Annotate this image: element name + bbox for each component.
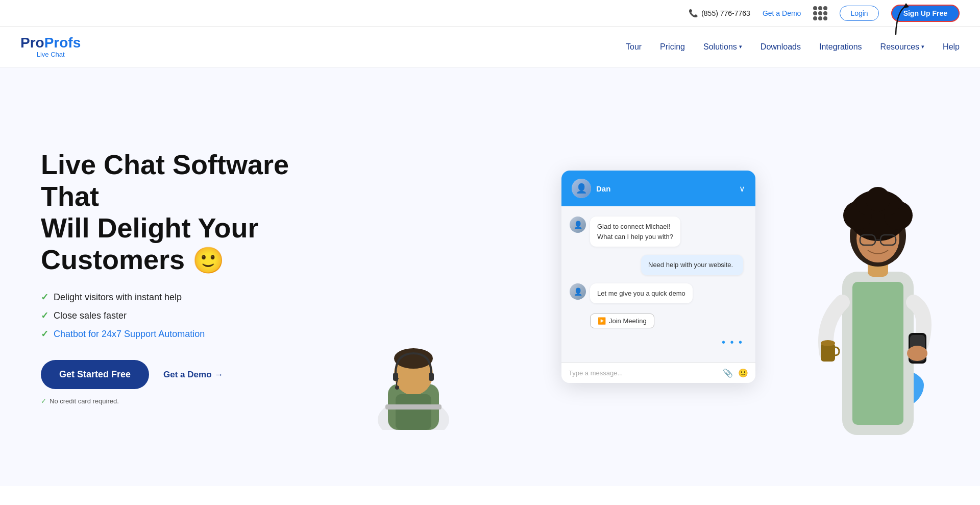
chatbot-link[interactable]: Chatbot for 24x7 Support Automation xyxy=(54,329,205,340)
chat-header-left: 👤 Dan xyxy=(572,179,610,198)
signup-button[interactable]: Sign Up Free xyxy=(891,5,960,22)
nav-bar: Pro Profs Live Chat Tour Pricing Solutio… xyxy=(0,27,980,67)
nav-integrations[interactable]: Integrations xyxy=(819,42,862,52)
chat-message-1: 👤 Glad to connect Michael! What can I he… xyxy=(570,217,747,247)
nav-help[interactable]: Help xyxy=(943,42,960,52)
hero-features-list: ✓ Delight visitors with instant help ✓ C… xyxy=(41,292,347,340)
hero-demo-link[interactable]: Get a Demo → xyxy=(163,370,223,380)
hero-feature-2: ✓ Close sales faster xyxy=(41,310,347,321)
check-small-icon: ✓ xyxy=(41,397,46,405)
resources-chevron-icon: ▾ xyxy=(921,43,924,50)
apps-grid-icon[interactable] xyxy=(813,6,827,20)
hero-feature-1: ✓ Delight visitors with instant help xyxy=(41,292,347,303)
top-bar: 📞 (855) 776-7763 Get a Demo Login Sign U… xyxy=(0,0,980,27)
join-meeting-row: ▶️ Join Meeting xyxy=(570,311,747,328)
check-icon-3: ✓ xyxy=(41,328,48,340)
chat-widget: 👤 Dan ∨ 👤 Glad to connect Michael! What … xyxy=(561,171,755,383)
message-avatar-1: 👤 xyxy=(570,217,586,233)
nav-downloads[interactable]: Downloads xyxy=(761,42,801,52)
hero-emoji: 🙂 xyxy=(192,246,224,275)
emoji-icon[interactable]: 🙂 xyxy=(738,368,748,378)
hero-cta: Get Started Free Get a Demo → xyxy=(41,360,347,389)
nav-tour[interactable]: Tour xyxy=(626,42,642,52)
chat-body: 👤 Glad to connect Michael! What can I he… xyxy=(561,206,755,363)
nav-resources[interactable]: Resources ▾ xyxy=(880,42,924,52)
chat-bubble-user: Need help with your website. xyxy=(641,255,743,275)
phone-number: 📞 (855) 776-7763 xyxy=(689,9,750,18)
svg-point-7 xyxy=(395,386,399,390)
chat-message-2: 👤 Let me give you a quick demo xyxy=(570,283,747,304)
nav-pricing[interactable]: Pricing xyxy=(660,42,685,52)
nav-links: Tour Pricing Solutions ▾ Downloads Integ… xyxy=(626,42,960,52)
logo[interactable]: Pro Profs Live Chat xyxy=(20,36,81,58)
hero-illustration: 👤 Dan ∨ 👤 Glad to connect Michael! What … xyxy=(347,124,939,430)
svg-point-21 xyxy=(866,187,890,211)
hero-section: Live Chat Software That Will Delight You… xyxy=(0,67,980,486)
svg-rect-9 xyxy=(385,404,442,410)
hero-content: Live Chat Software That Will Delight You… xyxy=(41,149,347,405)
chat-bubble-1: Glad to connect Michael! What can I help… xyxy=(590,217,680,247)
avatar-image: 👤 xyxy=(572,179,591,198)
attachment-icon[interactable]: 📎 xyxy=(723,368,733,378)
nav-solutions[interactable]: Solutions ▾ xyxy=(703,42,742,52)
chat-header: 👤 Dan ∨ xyxy=(561,171,755,206)
hero-title: Live Chat Software That Will Delight You… xyxy=(41,149,347,276)
svg-point-29 xyxy=(821,340,835,346)
phone-icon: 📞 xyxy=(689,9,698,18)
logo-profs: Profs xyxy=(44,36,81,50)
svg-point-27 xyxy=(907,346,927,361)
agent-person-image xyxy=(368,318,459,430)
arrow-right-icon: → xyxy=(215,370,224,380)
chat-bubble-2: Let me give you a quick demo xyxy=(590,283,693,304)
chat-agent-name: Dan xyxy=(596,184,610,193)
video-icon: ▶️ xyxy=(598,317,606,325)
join-meeting-button[interactable]: ▶️ Join Meeting xyxy=(590,314,654,328)
svg-rect-12 xyxy=(852,282,903,425)
chat-input-icons: 📎 🙂 xyxy=(723,368,748,378)
top-demo-link[interactable]: Get a Demo xyxy=(763,9,801,17)
login-button[interactable]: Login xyxy=(840,6,878,21)
chat-typing-dots: • • • xyxy=(570,336,747,348)
logo-subtitle: Live Chat xyxy=(37,51,65,58)
no-credit-text: ✓ No credit card required. xyxy=(41,397,347,405)
hero-feature-3[interactable]: ✓ Chatbot for 24x7 Support Automation xyxy=(41,328,347,340)
chat-chevron-icon[interactable]: ∨ xyxy=(739,184,745,194)
check-icon-2: ✓ xyxy=(41,310,48,321)
message-avatar-2: 👤 xyxy=(570,283,586,300)
svg-rect-8 xyxy=(396,394,431,430)
logo-pro: Pro xyxy=(20,36,44,50)
check-icon-1: ✓ xyxy=(41,292,48,303)
chat-agent-avatar: 👤 xyxy=(572,179,591,198)
get-started-button[interactable]: Get Started Free xyxy=(41,360,149,389)
chat-input-row: Type a message... 📎 🙂 xyxy=(561,363,755,383)
customer-person-image xyxy=(812,159,944,435)
solutions-chevron-icon: ▾ xyxy=(739,43,742,50)
chat-input-placeholder: Type a message... xyxy=(569,369,623,377)
svg-rect-6 xyxy=(429,373,434,381)
